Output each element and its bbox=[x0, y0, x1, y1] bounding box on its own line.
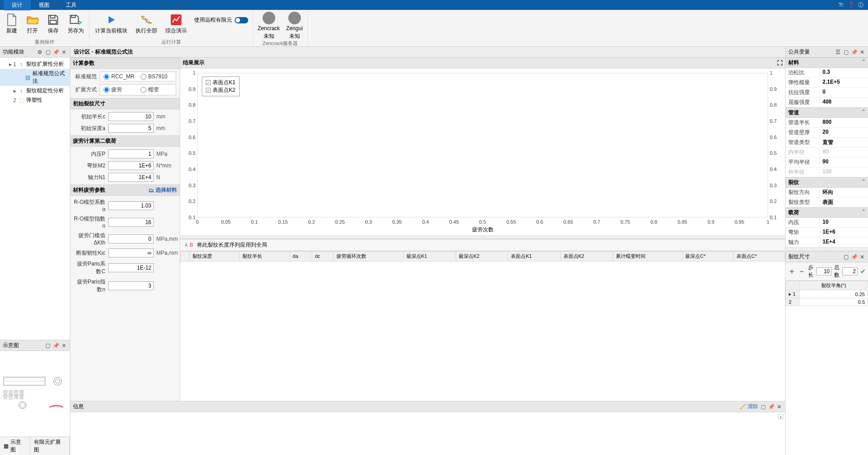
run-all-button[interactable]: 执行全部 bbox=[135, 12, 158, 36]
prop-value[interactable]: 800 bbox=[820, 118, 868, 127]
prop-row[interactable]: 轴力1E+4 bbox=[786, 238, 868, 248]
new-button[interactable]: 新建 bbox=[5, 12, 19, 36]
prop-row[interactable]: 管道半长800 bbox=[786, 118, 868, 128]
tree-item[interactable]: ▸ 1↕裂纹扩展性分析 bbox=[0, 59, 70, 69]
prop-row[interactable]: 管道类型直管 bbox=[786, 138, 868, 148]
collapse-icon[interactable]: ⌃ bbox=[862, 209, 865, 216]
menu-tab-view[interactable]: 视图 bbox=[31, 0, 58, 10]
open-button[interactable]: 打开 bbox=[25, 12, 40, 36]
prop-value[interactable]: 0.3 bbox=[820, 68, 868, 77]
save-button[interactable]: 保存 bbox=[46, 12, 60, 36]
apply-label[interactable]: 将此裂纹长度序列应用到全局 bbox=[197, 241, 267, 249]
schematic-tab-diagram[interactable]: ▦ 示意图 bbox=[0, 437, 30, 455]
legend-checkbox[interactable]: ✓ bbox=[206, 88, 211, 93]
close-icon[interactable]: ✕ bbox=[776, 404, 782, 410]
material-input-3[interactable] bbox=[108, 248, 154, 257]
prop-value[interactable]: 90 bbox=[820, 158, 868, 167]
help-icon[interactable]: ❓ bbox=[847, 1, 854, 9]
prop-row[interactable]: 弯矩1E+6 bbox=[786, 228, 868, 238]
results-col-header[interactable]: 疲劳循环次数 bbox=[334, 251, 403, 261]
legend-item[interactable]: ✓表面点K1 bbox=[206, 79, 236, 86]
prop-row[interactable]: 抗拉强度0 bbox=[786, 88, 868, 98]
prop-value[interactable]: 0 bbox=[820, 88, 868, 97]
restore-icon[interactable]: ▢ bbox=[843, 49, 849, 55]
run-current-button[interactable]: 计算当前模块 bbox=[94, 12, 128, 36]
close-icon[interactable]: ✕ bbox=[859, 254, 865, 260]
fatigue-load-input-1[interactable] bbox=[108, 161, 154, 170]
restore-icon[interactable]: ▢ bbox=[760, 404, 766, 410]
init-crack-input-0[interactable] bbox=[108, 112, 154, 121]
prop-row[interactable]: 内半径80 bbox=[786, 148, 868, 158]
results-col-header[interactable]: 表面点K2 bbox=[560, 251, 613, 261]
prop-value[interactable]: 408 bbox=[820, 98, 868, 107]
prop-section-header[interactable]: 管道⌃ bbox=[786, 108, 868, 118]
clear-log-button[interactable]: 🧹 清除 bbox=[739, 403, 758, 410]
material-input-0[interactable] bbox=[108, 201, 154, 210]
init-crack-input-1[interactable] bbox=[108, 124, 154, 133]
restore-icon[interactable]: ▢ bbox=[45, 49, 51, 55]
zengui-status[interactable]: Zengui 未知 bbox=[286, 12, 303, 40]
info-icon[interactable]: ⓘ bbox=[857, 1, 864, 9]
close-icon[interactable]: ✕ bbox=[61, 49, 67, 55]
prop-row[interactable]: 内压10 bbox=[786, 218, 868, 228]
crack-row[interactable]: ▸ 10.25 bbox=[786, 290, 868, 298]
remove-row-button[interactable]: － bbox=[798, 267, 805, 276]
results-col-header[interactable]: 裂纹半长 bbox=[240, 251, 290, 261]
tree-expander[interactable]: ▸ bbox=[9, 88, 16, 94]
prop-section-header[interactable]: 材料⌃ bbox=[786, 58, 868, 68]
prop-value[interactable]: 100 bbox=[820, 167, 868, 177]
crack-row-value[interactable]: 0.25 bbox=[800, 290, 868, 298]
remote-fe-toggle[interactable] bbox=[235, 17, 248, 23]
results-col-header[interactable]: 表面点K1 bbox=[508, 251, 560, 261]
prop-value[interactable]: 环向 bbox=[820, 188, 868, 197]
prop-value[interactable]: 10 bbox=[820, 218, 868, 227]
material-input-5[interactable] bbox=[108, 281, 154, 290]
legend-checkbox[interactable]: ✓ bbox=[206, 80, 211, 85]
crack-row[interactable]: 20.5 bbox=[786, 298, 868, 306]
tree-expander[interactable]: 2 bbox=[9, 97, 16, 104]
tree-expander[interactable]: ▸ 1 bbox=[9, 61, 16, 68]
prop-value[interactable]: 20 bbox=[820, 128, 868, 137]
list-view-icon[interactable]: ☰ bbox=[835, 49, 841, 55]
pin-icon[interactable]: 📌 bbox=[53, 342, 59, 349]
collapse-icon[interactable]: ⌃ bbox=[862, 109, 865, 117]
prop-value[interactable]: 1E+6 bbox=[820, 228, 868, 237]
method-fatigue-radio[interactable]: 疲劳 bbox=[104, 86, 135, 94]
tree-item[interactable]: ▤标准规范公式法 bbox=[0, 69, 70, 86]
results-col-header[interactable]: 最深点K1 bbox=[403, 251, 455, 261]
results-col-header[interactable]: 裂纹深度 bbox=[190, 251, 240, 261]
add-row-button[interactable]: ＋ bbox=[788, 267, 795, 276]
total-input[interactable] bbox=[842, 267, 858, 275]
method-creep-radio[interactable]: 蠕变 bbox=[141, 86, 172, 94]
saveas-button[interactable]: 另存为 bbox=[67, 12, 85, 36]
prop-section-header[interactable]: 载荷⌃ bbox=[786, 207, 868, 218]
fatigue-load-input-2[interactable] bbox=[108, 173, 154, 182]
prop-value[interactable]: 1E+4 bbox=[820, 238, 868, 247]
results-col-header[interactable]: 最深点C* bbox=[682, 251, 734, 261]
scroll-up-icon[interactable]: ▴ bbox=[778, 414, 783, 419]
results-col-header[interactable]: 最深点K2 bbox=[456, 251, 508, 261]
select-material-link[interactable]: 🗂 选择材料 bbox=[149, 186, 177, 194]
prop-row[interactable]: 裂纹类型表面 bbox=[786, 198, 868, 207]
pin-icon[interactable]: 📌 bbox=[768, 404, 774, 410]
prop-value[interactable]: 80 bbox=[820, 148, 868, 157]
prop-row[interactable]: 裂纹方向环向 bbox=[786, 188, 868, 198]
prop-row[interactable]: 屈服强度408 bbox=[786, 98, 868, 108]
prop-row[interactable]: 管道壁厚20 bbox=[786, 128, 868, 138]
apply-button[interactable]: ✔ bbox=[860, 268, 866, 275]
tree-item[interactable]: ▸ ↕裂纹稳定性分析 bbox=[0, 86, 70, 95]
vertical-splitter[interactable]: ⋯ bbox=[180, 235, 785, 239]
prop-row[interactable]: 弹性模量2.1E+5 bbox=[786, 78, 868, 88]
zencrack-status[interactable]: Zencrack 未知 bbox=[258, 12, 280, 40]
results-col-header[interactable]: da bbox=[290, 251, 312, 261]
crack-row-value[interactable]: 0.5 bbox=[800, 298, 868, 306]
menu-tab-design[interactable]: 设计 bbox=[4, 0, 31, 10]
right-splitter[interactable]: ⋯ bbox=[786, 248, 868, 251]
material-input-1[interactable] bbox=[108, 218, 154, 227]
tree-item[interactable]: 2⬚弹塑性 bbox=[0, 95, 70, 105]
step-input[interactable] bbox=[816, 267, 832, 275]
demo-button[interactable]: 综合演示 bbox=[164, 12, 188, 36]
collapse-icon[interactable]: ⌃ bbox=[862, 59, 865, 67]
pin-icon[interactable]: 📌 bbox=[851, 254, 857, 260]
std-bs7910-radio[interactable]: BS7910 bbox=[141, 73, 172, 80]
